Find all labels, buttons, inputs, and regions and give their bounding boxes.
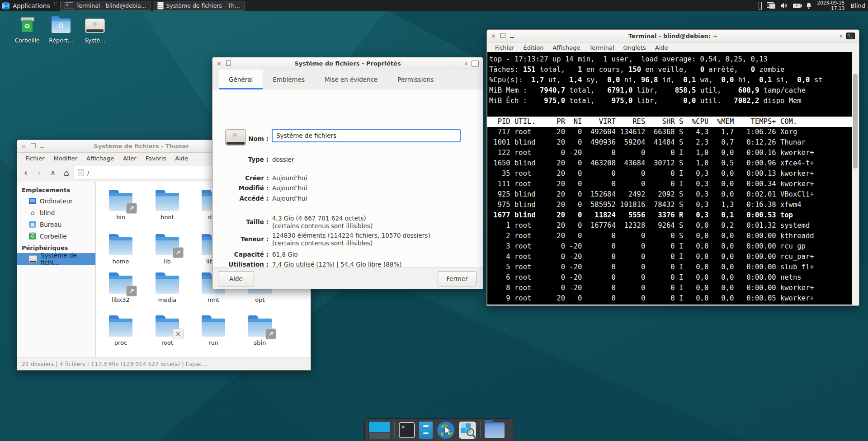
folder-icon	[156, 193, 179, 211]
terminal-menu-terminal[interactable]: Terminal	[585, 43, 619, 52]
tab-permissions[interactable]: Permissions	[387, 70, 443, 89]
usage-label: Utilisation :	[212, 261, 269, 268]
tab-g-n-ral[interactable]: Général	[219, 70, 263, 89]
scrollbar-thumb[interactable]	[853, 74, 858, 169]
terminal-menu-affichage[interactable]: Affichage	[548, 43, 585, 52]
help-button[interactable]: Aide	[218, 271, 254, 286]
workspace-switcher[interactable]	[368, 421, 390, 439]
dock-app-finder-icon[interactable]	[459, 422, 476, 439]
applications-menu-icon[interactable]	[2, 2, 9, 9]
folder-shape	[109, 319, 132, 337]
terminal-title: Terminal - blind@debian: ~	[505, 33, 841, 39]
terminal-menubar: FichierÉditionAffichageTerminalOngletsAi…	[487, 42, 859, 53]
applications-menu[interactable]: Applications	[13, 2, 50, 9]
process-row-925: 925 blind 20 0 152684 2492 2092 S 0,3 0,…	[489, 189, 852, 200]
sidebar-header-emplacements: Emplacements	[17, 184, 95, 195]
maximize-icon[interactable]	[31, 143, 36, 149]
desktop-icon-r-pert[interactable]: ⌂Répert...	[47, 16, 75, 44]
terminal-menu-fichier[interactable]: Fichier	[491, 43, 519, 52]
created-label: Créer :	[212, 174, 269, 182]
terminal-summary-line: %Cpu(s): 1,7 ut, 1,4 sy, 0,0 ni, 96,8 id…	[489, 75, 852, 85]
desktop-icon-syst[interactable]: Systè...	[80, 16, 109, 44]
symlink-emblem-icon: ↗	[173, 247, 184, 258]
battery-icon[interactable]: ⚡	[793, 4, 801, 8]
forward-icon[interactable]: ›	[33, 166, 46, 179]
workspace-2[interactable]	[369, 432, 390, 439]
terminal-menu-onglets[interactable]: Onglets	[619, 43, 651, 52]
notification-bell-icon[interactable]	[806, 2, 812, 9]
sidebar-item-corbeille[interactable]: ♻Corbeille	[17, 230, 95, 242]
folder-boot[interactable]: boot	[146, 193, 189, 220]
display-icon[interactable]	[767, 2, 775, 9]
sidebar-item-bureau[interactable]: Bureau	[17, 219, 95, 230]
folder-name: opt	[253, 296, 266, 303]
sidebar-item-blind[interactable]: ⌂blind	[17, 207, 95, 219]
thunar-menu-fichier[interactable]: Fichier	[21, 154, 49, 163]
thunar-menu-aller[interactable]: Aller	[118, 154, 141, 163]
terminal-scrollbar[interactable]	[852, 52, 859, 305]
desktop-icon-label: Systè...	[85, 37, 105, 44]
home-icon[interactable]: ⌂	[60, 166, 73, 179]
thunar-menu-aide[interactable]: Aide	[170, 154, 193, 163]
name-input[interactable]	[272, 129, 461, 142]
thunar-menu-favoris[interactable]: Favoris	[141, 154, 171, 163]
workspace-1[interactable]	[369, 422, 390, 432]
desktop-icon-label: Corbeille	[14, 37, 39, 44]
volume-icon[interactable]	[780, 2, 788, 9]
dock-folder-icon[interactable]	[485, 422, 505, 438]
power-manager-icon[interactable]	[759, 2, 762, 10]
folder-name: root	[160, 339, 175, 346]
terminal-menu-dition[interactable]: Édition	[519, 43, 548, 52]
folder-shape	[109, 237, 132, 255]
up-icon[interactable]: ∧	[46, 166, 60, 179]
folder-run[interactable]: run	[192, 319, 235, 346]
sidebar-item-label: blind	[40, 209, 55, 216]
sidebar-item-syst-me-de-fichi[interactable]: Système de fichi...	[17, 253, 95, 265]
folder-icon	[109, 319, 132, 337]
close-icon[interactable]: ×	[491, 33, 496, 39]
folder-root[interactable]: ×root	[146, 319, 189, 346]
folder-icon: ↗	[109, 193, 132, 211]
computer-icon	[29, 198, 36, 204]
back-icon[interactable]: ‹	[19, 166, 33, 179]
tab-mise-en-vidence[interactable]: Mise en évidence	[315, 70, 387, 89]
terminal-blank-line	[489, 106, 852, 117]
dock-file-manager-icon[interactable]	[419, 422, 433, 439]
dock-terminal-icon[interactable]: >_	[399, 422, 415, 438]
terminal-menu-aide[interactable]: Aide	[651, 43, 673, 52]
close-icon[interactable]: ×	[217, 61, 222, 66]
close-button[interactable]: Fermer	[438, 271, 476, 286]
accessed-value: Aujourd’hui	[272, 195, 474, 202]
size-value: 4,3 Gio (4 667 701 624 octets) (certains…	[272, 215, 474, 230]
taskbar-button-terminal-blind-debia[interactable]: >_Terminal - blind@debia...	[60, 1, 151, 11]
folder-proc[interactable]: proc	[99, 319, 142, 346]
desktop-icon-corbeille[interactable]: ♻Corbeille	[13, 16, 42, 44]
folder-icon	[202, 319, 225, 337]
trash-body: ♻	[22, 20, 33, 32]
dialog-tabbar: GénéralEmblèmesMise en évidencePermissio…	[212, 70, 483, 90]
thunar-menu-modifier[interactable]: Modifier	[49, 154, 82, 163]
folder-bin[interactable]: ↗bin	[99, 193, 142, 220]
clock[interactable]: 2023-09-15 17:13	[817, 0, 844, 11]
close-icon[interactable]: ×	[21, 143, 26, 149]
content-value: 124830 éléments (114224 fichiers, 10570 …	[272, 232, 474, 247]
sidebar-item-label: Ordinateur	[40, 197, 73, 205]
folder-libx32[interactable]: ↗libx32	[99, 276, 142, 303]
taskbar-button-syst-me-de-fichiers-th[interactable]: Système de fichiers - Th...	[153, 1, 245, 11]
file-manager-icon	[157, 2, 164, 9]
sidebar-item-label: Bureau	[40, 221, 61, 228]
thunar-menu-affichage[interactable]: Affichage	[82, 154, 118, 163]
folder-media[interactable]: media	[146, 276, 189, 303]
tab-embl-mes[interactable]: Emblèmes	[263, 70, 315, 89]
terminal-titlebar[interactable]: × Terminal - blind@debian: ~ ∧ >_	[487, 30, 859, 42]
shade-icon[interactable]: ∧	[464, 61, 468, 66]
sidebar-item-label: Corbeille	[40, 233, 67, 240]
folder-lib[interactable]: ↗lib	[146, 237, 189, 265]
minimize-icon[interactable]	[40, 143, 44, 149]
sidebar-item-ordinateur[interactable]: Ordinateur	[17, 195, 95, 207]
drive-icon	[29, 255, 37, 263]
folder-home[interactable]: home	[99, 237, 142, 265]
no-access-emblem-icon: ×	[173, 328, 184, 339]
dialog-titlebar[interactable]: × Système de fichiers - Propriétés ∧	[212, 57, 483, 70]
folder-sbin[interactable]: ↗sbin	[238, 319, 282, 346]
